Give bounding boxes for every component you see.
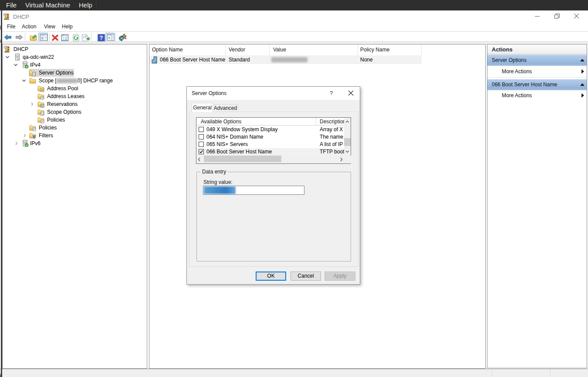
svg-text:?: ? (100, 34, 103, 41)
